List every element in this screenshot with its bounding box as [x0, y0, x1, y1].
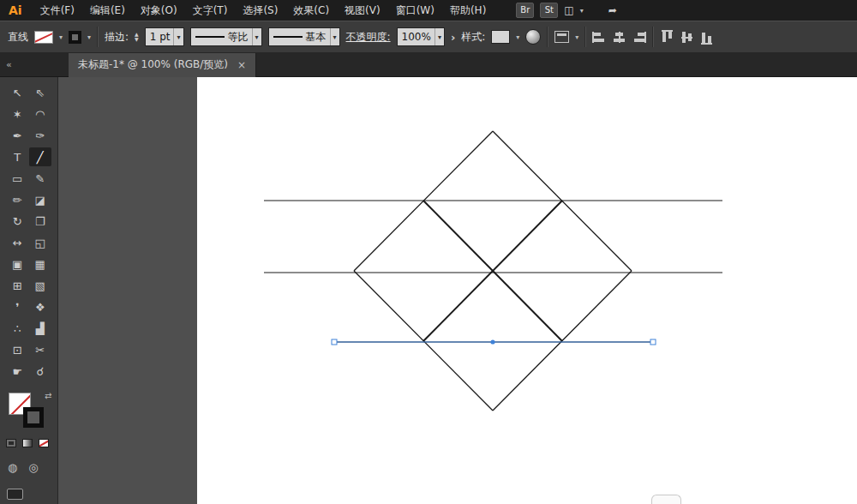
free-transform-tool[interactable]: ◱ — [29, 233, 52, 252]
align-horizontal-center-button[interactable] — [613, 32, 626, 43]
stroke-weight-label: 描边: — [105, 30, 129, 45]
fill-color-swatch[interactable] — [34, 31, 53, 44]
paintbrush-tool[interactable]: ✎ — [29, 169, 52, 188]
stroke-weight-value: 1 pt — [150, 31, 171, 43]
blend-tool[interactable]: ❖ — [29, 297, 52, 316]
lasso-tool[interactable]: ◠ — [29, 105, 52, 123]
change-screen-mode-button[interactable] — [7, 489, 23, 500]
menu-item-6[interactable]: 效果(C) — [285, 0, 337, 21]
rotate-tool[interactable]: ↻ — [6, 212, 29, 231]
workspace-switcher-icon[interactable]: ◫ — [564, 0, 573, 21]
eraser-tool[interactable]: ◪ — [29, 190, 52, 209]
menu-item-2[interactable]: 编辑(E) — [82, 0, 133, 21]
profile-line-preview — [195, 36, 225, 38]
graphic-style-swatch[interactable] — [491, 30, 510, 44]
brush-label: 基本 — [306, 30, 327, 45]
close-icon[interactable]: × — [237, 59, 246, 71]
document-tab-strip: « 未标题-1* @ 100% (RGB/预览) × — [0, 53, 857, 77]
width-tool[interactable]: ↔ — [6, 233, 29, 252]
recolor-artwork-icon[interactable] — [525, 29, 541, 45]
draw-mode-button[interactable]: ◍ — [8, 461, 17, 474]
scrollbar-fragment[interactable] — [651, 495, 681, 504]
stroke-color-swatch[interactable] — [69, 31, 81, 44]
selection-tool[interactable]: ↖ — [6, 83, 29, 102]
fill-chevron-icon[interactable]: ▾ — [59, 33, 63, 41]
document-setup-icon[interactable] — [554, 31, 569, 43]
chevron-down-icon[interactable]: ▾ — [173, 28, 180, 45]
align-vertical-center-button[interactable] — [681, 31, 692, 44]
pencil-tool[interactable]: ✏ — [6, 190, 29, 209]
chevron-down-icon[interactable]: ▾ — [516, 33, 519, 41]
menu-item-3[interactable]: 对象(O) — [133, 0, 185, 21]
separator — [652, 27, 654, 47]
pen-tool[interactable]: ✒ — [6, 126, 29, 145]
align-bottom-button[interactable] — [701, 30, 712, 45]
chevron-down-icon[interactable]: ▾ — [330, 28, 337, 45]
color-button[interactable] — [6, 439, 16, 447]
brush-line-preview — [273, 36, 303, 38]
menu-item-5[interactable]: 选择(S) — [235, 0, 285, 21]
align-right-button[interactable] — [632, 32, 646, 43]
menu-item-7[interactable]: 视图(V) — [337, 0, 388, 21]
chevron-down-icon[interactable]: ▾ — [580, 7, 584, 15]
brush-definition-dropdown[interactable]: 基本 ▾ — [268, 27, 340, 46]
separator — [547, 27, 548, 47]
tools-grid: ↖⇖✶◠✒✑T╱▭✎✏◪↻❐↔◱▣▦⊞▧❜❖∴▟⊡✂☛☌ — [0, 77, 57, 381]
screen-mode-toggle-icon[interactable]: ◎ — [28, 461, 38, 474]
color-mode-buttons — [6, 439, 49, 447]
stock-button[interactable]: St — [540, 3, 558, 18]
separator — [584, 27, 586, 47]
eyedropper-tool[interactable]: ❜ — [6, 297, 29, 316]
menu-item-1[interactable]: 文件(F) — [33, 0, 82, 21]
menubar: Ai 文件(F)编辑(E)对象(O)文字(T)选择(S)效果(C)视图(V)窗口… — [0, 0, 857, 21]
chevron-down-icon[interactable]: ▾ — [252, 28, 259, 45]
opacity-panel-expander[interactable]: › — [451, 31, 455, 44]
symbol-sprayer-tool[interactable]: ∴ — [6, 319, 29, 338]
stroke-weight-input[interactable]: 1 pt ▾ — [145, 27, 184, 46]
stroke-indicator[interactable] — [23, 407, 44, 428]
gradient-tool[interactable]: ▧ — [29, 276, 52, 295]
chevron-down-icon[interactable]: ▾ — [434, 28, 441, 45]
hand-tool[interactable]: ☛ — [6, 362, 29, 381]
none-button[interactable] — [39, 439, 49, 447]
shape-builder-tool[interactable]: ▣ — [6, 255, 29, 273]
artboard-tool[interactable]: ⊡ — [6, 340, 29, 359]
width-profile-dropdown[interactable]: 等比 ▾ — [190, 27, 262, 46]
stroke-chevron-icon[interactable]: ▾ — [87, 33, 91, 41]
gradient-button[interactable] — [22, 439, 33, 447]
share-icon[interactable]: ➦ — [608, 0, 617, 21]
opacity-input[interactable]: 100% ▾ — [397, 27, 445, 46]
align-left-button[interactable] — [592, 32, 607, 43]
column-graph-tool[interactable]: ▟ — [29, 319, 52, 338]
menu-item-4[interactable]: 文字(T) — [185, 0, 236, 21]
document-tab[interactable]: 未标题-1* @ 100% (RGB/预览) × — [69, 53, 256, 77]
opacity-link[interactable]: 不透明度: — [346, 30, 391, 45]
bridge-button[interactable]: Br — [516, 3, 534, 18]
document-tab-title: 未标题-1* @ 100% (RGB/预览) — [78, 57, 228, 72]
opacity-value: 100% — [402, 31, 431, 43]
slice-tool[interactable]: ✂ — [29, 340, 52, 359]
zoom-tool[interactable]: ☌ — [29, 362, 52, 381]
profile-label: 等比 — [228, 30, 249, 45]
type-tool[interactable]: T — [6, 147, 29, 166]
menu-items: 文件(F)编辑(E)对象(O)文字(T)选择(S)效果(C)视图(V)窗口(W)… — [33, 0, 494, 21]
control-bar: 直线 ▾ ▾ 描边: ▲ ▼ 1 pt ▾ 等比 ▾ 基本 ▾ 不透明度: 10… — [0, 21, 857, 53]
magic-wand-tool[interactable]: ✶ — [6, 105, 29, 123]
chevron-down-icon[interactable]: ▾ — [575, 33, 578, 41]
active-tool-label: 直线 — [8, 30, 28, 45]
scale-tool[interactable]: ❐ — [29, 212, 52, 231]
menu-item-8[interactable]: 窗口(W) — [388, 0, 442, 21]
panel-collapse-icon[interactable]: « — [0, 59, 59, 70]
menu-item-9[interactable]: 帮助(H) — [442, 0, 494, 21]
perspective-grid-tool[interactable]: ▦ — [29, 255, 52, 273]
mesh-tool[interactable]: ⊞ — [6, 276, 29, 295]
swap-fill-stroke-icon[interactable]: ⇄ — [45, 391, 51, 400]
stroke-weight-stepper[interactable]: ▲ ▼ — [135, 32, 139, 42]
line-segment-tool[interactable]: ╱ — [29, 147, 52, 166]
curvature-tool[interactable]: ✑ — [29, 126, 52, 145]
stepper-down-icon[interactable]: ▼ — [135, 37, 139, 42]
align-top-button[interactable] — [662, 30, 673, 45]
rectangle-tool[interactable]: ▭ — [6, 169, 29, 188]
direct-selection-tool[interactable]: ⇖ — [29, 83, 52, 102]
menubar-right-group: Br St ◫ ▾ ➦ — [516, 0, 616, 21]
